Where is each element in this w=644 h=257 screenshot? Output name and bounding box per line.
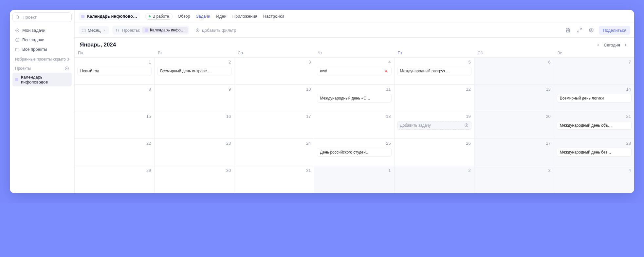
favorites-hidden-count[interactable]: скрыто 3 [53, 57, 69, 62]
calendar-event[interactable]: Всемирный день интрове… [157, 67, 231, 75]
add-filter-label: Добавить фильтр [202, 28, 236, 33]
calendar-cell[interactable]: 21Международный день объ… [554, 112, 634, 139]
tab-tasks[interactable]: Задачи [196, 12, 211, 20]
svg-point-14 [119, 30, 119, 31]
tab-ideas[interactable]: Идеи [216, 12, 226, 20]
calendar-event[interactable]: Всемирный день логики [557, 94, 632, 102]
calendar-cell[interactable]: 2Всемирный день интрове… [155, 58, 234, 85]
settings-icon[interactable] [587, 26, 596, 34]
project-color-icon [145, 28, 148, 32]
calendar-cell[interactable]: 18 [314, 112, 394, 139]
tab-overview[interactable]: Обзор [178, 12, 190, 20]
add-task-placeholder[interactable]: Добавить задачу [397, 121, 471, 130]
calendar-cell[interactable]: 9 [155, 85, 234, 112]
calendar-cell[interactable]: 13 [474, 85, 554, 112]
weekday-label: Ср [234, 51, 314, 55]
tab-settings[interactable]: Настройки [263, 12, 284, 20]
calendar-cell[interactable]: 30 [155, 166, 234, 193]
calendar-cell[interactable]: 6 [474, 58, 554, 85]
calendar-cell[interactable]: 20 [474, 112, 554, 139]
day-number: 14 [626, 87, 631, 92]
project-color-icon [81, 15, 84, 18]
calendar-cell[interactable]: 4awd🍬 [314, 58, 394, 85]
status-badge[interactable]: В работе [145, 13, 173, 20]
calendar-cell[interactable]: 4 [554, 166, 634, 193]
calendar-cell[interactable]: 31 [234, 166, 314, 193]
calendar-cell[interactable]: 7 [554, 58, 634, 85]
day-number: 26 [466, 141, 470, 146]
calendar-cell[interactable]: 19Добавить задачу [395, 112, 474, 139]
event-title: Международный день «С… [320, 96, 370, 101]
view-switcher[interactable]: Месяц [79, 26, 109, 34]
sidebar-item-my-tasks[interactable]: Мои задачи [12, 26, 72, 35]
calendar-cell[interactable]: 8 [75, 85, 155, 112]
calendar-cell[interactable]: 2 [395, 166, 474, 193]
plus-circle-icon [464, 123, 469, 127]
calendar-cell[interactable]: 25День российского студен… [314, 139, 394, 166]
calendar-cell[interactable]: 16 [155, 112, 234, 139]
calendar-event[interactable]: Международный день «С… [317, 94, 391, 102]
calendar-cell[interactable]: 17 [234, 112, 314, 139]
calendar-cell[interactable]: 28Международный день без… [554, 139, 634, 166]
project-search[interactable]: Проект [12, 12, 72, 22]
calendar-cell[interactable]: 12 [395, 85, 474, 112]
sidebar-item-label: Все задачи [22, 37, 45, 42]
expand-icon[interactable] [575, 26, 584, 34]
add-filter-button[interactable]: Добавить фильтр [193, 26, 239, 34]
calendar-cell[interactable]: 10 [234, 85, 314, 112]
calendar-cell[interactable]: 3 [474, 166, 554, 193]
day-number: 8 [149, 87, 151, 92]
day-number: 3 [548, 168, 551, 173]
sidebar-item-all-tasks[interactable]: Все задачи [12, 35, 72, 44]
weekday-label: Пт [395, 51, 474, 55]
calendar-event[interactable]: Международный день объ… [557, 121, 632, 130]
calendar-cell[interactable]: 24 [234, 139, 314, 166]
calendar-cell[interactable]: 23 [155, 139, 234, 166]
calendar-event[interactable]: Международный день без… [557, 148, 632, 156]
day-number: 30 [226, 168, 231, 173]
filter-projects[interactable]: Проекты: Календарь инфопов… [112, 26, 189, 35]
day-number: 24 [306, 141, 311, 146]
calendar-event[interactable]: День российского студен… [317, 148, 391, 156]
add-project-icon[interactable] [64, 66, 69, 71]
calendar-cell[interactable]: 22 [75, 139, 155, 166]
calendar-cell[interactable]: 29 [75, 166, 155, 193]
today-button[interactable]: Сегодня [604, 43, 620, 47]
day-number: 22 [146, 141, 151, 146]
calendar-event[interactable]: Новый год [77, 67, 152, 75]
svg-point-3 [16, 38, 19, 42]
calendar-event[interactable]: Международный разгруз… [397, 67, 471, 75]
plus-circle-icon [195, 28, 200, 32]
add-task-label: Добавить задачу [400, 123, 431, 128]
breadcrumb[interactable]: Календарь инфопово… [79, 12, 140, 20]
svg-rect-7 [82, 29, 85, 32]
topbar: Календарь инфопово… В работе Обзор Задач… [75, 10, 634, 23]
calendar-cell[interactable]: 11Международный день «С… [314, 85, 394, 112]
calendar-cell[interactable]: 26 [395, 139, 474, 166]
search-icon [15, 15, 20, 20]
day-number: 3 [308, 60, 311, 64]
calendar-cell[interactable]: 5Международный разгруз… [395, 58, 474, 85]
calendar-event[interactable]: awd🍬 [317, 67, 391, 75]
svg-point-0 [16, 15, 19, 18]
sidebar-item-label: Все проекты [22, 47, 47, 52]
calendar-cell[interactable]: 27 [474, 139, 554, 166]
filter-chip[interactable]: Календарь инфопов… [142, 27, 188, 33]
calendar-cell[interactable]: 15 [75, 112, 155, 139]
prev-icon[interactable] [595, 42, 601, 48]
calendar-nav: Сегодня [595, 42, 629, 48]
calendar-cell[interactable]: 1 [314, 166, 394, 193]
sidebar-item-all-projects[interactable]: Все проекты [12, 45, 72, 54]
tab-apps[interactable]: Приложения [232, 12, 257, 20]
calendar-cell[interactable]: 1Новый год [75, 58, 155, 85]
calendar-cell[interactable]: 14Всемирный день логики [554, 85, 634, 112]
check-circle-icon [15, 38, 20, 42]
next-icon[interactable] [623, 42, 629, 48]
calendar-cell[interactable]: 3 [234, 58, 314, 85]
sidebar-project-item[interactable]: Календарь инфоповодов [12, 73, 72, 86]
day-number: 31 [306, 168, 311, 173]
view-label: Месяц [88, 28, 101, 33]
share-button[interactable]: Поделиться [599, 26, 630, 35]
save-view-icon[interactable] [563, 26, 572, 34]
day-number: 28 [626, 141, 631, 146]
